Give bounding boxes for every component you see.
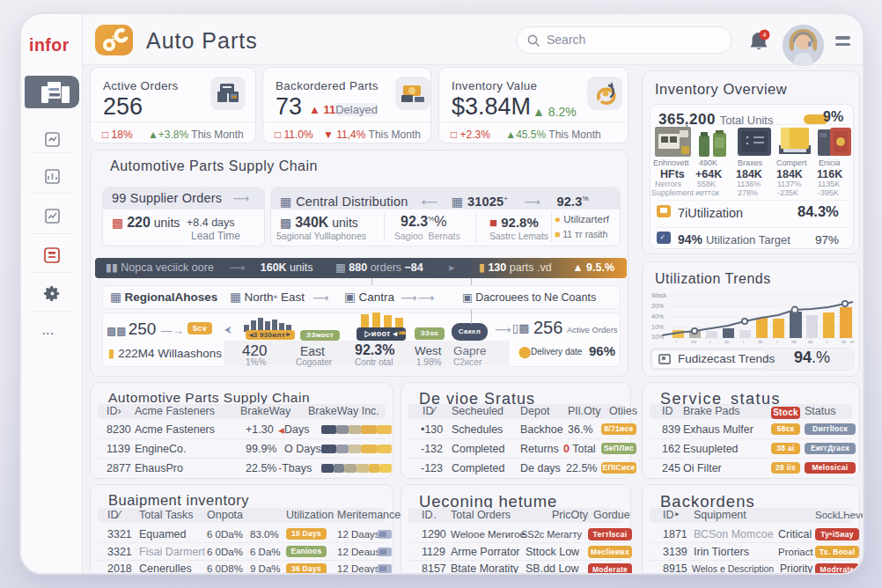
svg-text:du: du	[724, 339, 730, 343]
svg-text:da: da	[791, 339, 797, 343]
svg-text:es: es	[850, 339, 854, 343]
svg-text:i: i	[676, 339, 677, 343]
svg-text:i: i	[709, 339, 710, 343]
svg-text:4: 4	[763, 32, 767, 38]
svg-text:ds: ds	[842, 339, 847, 343]
svg-text:i: i	[827, 339, 827, 343]
svg-text:40%: 40%	[651, 313, 664, 320]
svg-text:20%: 20%	[651, 303, 664, 309]
svg-text:de: de	[758, 339, 763, 343]
svg-text:i: i	[743, 339, 744, 343]
svg-text:Wask: Wask	[651, 292, 667, 298]
svg-text:zw: zw	[691, 339, 697, 343]
svg-text:10%: 10%	[651, 324, 664, 330]
svg-text:do: do	[808, 339, 813, 343]
svg-text:i: i	[776, 339, 777, 343]
